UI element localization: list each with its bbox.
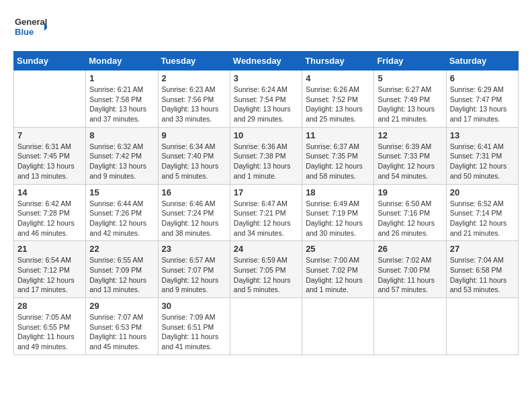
day-number: 26: [378, 244, 442, 254]
day-number: 21: [17, 244, 82, 254]
day-cell: 19Sunrise: 6:50 AM Sunset: 7:16 PM Dayli…: [374, 184, 446, 241]
day-info: Sunrise: 6:39 AM Sunset: 7:33 PM Dayligh…: [378, 142, 442, 181]
col-header-sunday: Sunday: [14, 52, 86, 71]
day-number: 20: [450, 187, 515, 197]
day-info: Sunrise: 7:05 AM Sunset: 6:55 PM Dayligh…: [17, 312, 82, 352]
day-number: 5: [378, 73, 442, 83]
calendar-table: SundayMondayTuesdayWednesdayThursdayFrid…: [13, 51, 519, 355]
day-info: Sunrise: 6:32 AM Sunset: 7:42 PM Dayligh…: [89, 142, 154, 181]
logo-svg: General Blue: [13, 13, 47, 40]
day-number: 1: [89, 73, 154, 83]
day-number: 19: [378, 187, 442, 197]
day-info: Sunrise: 6:47 AM Sunset: 7:21 PM Dayligh…: [234, 199, 298, 238]
week-row-3: 14Sunrise: 6:42 AM Sunset: 7:28 PM Dayli…: [14, 184, 519, 241]
week-row-4: 21Sunrise: 6:54 AM Sunset: 7:12 PM Dayli…: [14, 241, 519, 298]
day-info: Sunrise: 7:00 AM Sunset: 7:02 PM Dayligh…: [306, 255, 370, 295]
day-cell: 30Sunrise: 7:09 AM Sunset: 6:51 PM Dayli…: [158, 298, 230, 355]
day-cell: 18Sunrise: 6:49 AM Sunset: 7:19 PM Dayli…: [302, 184, 374, 241]
day-cell: 14Sunrise: 6:42 AM Sunset: 7:28 PM Dayli…: [14, 184, 86, 241]
day-cell: [446, 298, 518, 355]
day-number: 2: [162, 73, 226, 83]
day-info: Sunrise: 6:52 AM Sunset: 7:14 PM Dayligh…: [450, 199, 515, 238]
day-info: Sunrise: 6:34 AM Sunset: 7:40 PM Dayligh…: [162, 142, 226, 181]
day-info: Sunrise: 6:59 AM Sunset: 7:05 PM Dayligh…: [234, 255, 298, 295]
day-info: Sunrise: 6:49 AM Sunset: 7:19 PM Dayligh…: [306, 199, 370, 238]
day-cell: 7Sunrise: 6:31 AM Sunset: 7:45 PM Daylig…: [14, 127, 86, 184]
day-info: Sunrise: 7:04 AM Sunset: 6:58 PM Dayligh…: [450, 255, 515, 295]
day-number: 13: [450, 130, 515, 140]
day-cell: 2Sunrise: 6:23 AM Sunset: 7:56 PM Daylig…: [158, 71, 230, 128]
day-info: Sunrise: 7:02 AM Sunset: 7:00 PM Dayligh…: [378, 255, 442, 295]
day-info: Sunrise: 6:50 AM Sunset: 7:16 PM Dayligh…: [378, 199, 442, 238]
day-info: Sunrise: 6:54 AM Sunset: 7:12 PM Dayligh…: [17, 255, 82, 295]
day-cell: 22Sunrise: 6:55 AM Sunset: 7:09 PM Dayli…: [86, 241, 158, 298]
day-number: 11: [306, 130, 370, 140]
day-number: 28: [17, 301, 82, 311]
day-info: Sunrise: 6:57 AM Sunset: 7:07 PM Dayligh…: [162, 255, 226, 295]
day-cell: 4Sunrise: 6:26 AM Sunset: 7:52 PM Daylig…: [302, 71, 374, 128]
day-number: 10: [234, 130, 298, 140]
day-number: 6: [450, 73, 515, 83]
day-info: Sunrise: 6:46 AM Sunset: 7:24 PM Dayligh…: [162, 199, 226, 238]
day-cell: 11Sunrise: 6:37 AM Sunset: 7:35 PM Dayli…: [302, 127, 374, 184]
day-info: Sunrise: 6:41 AM Sunset: 7:31 PM Dayligh…: [450, 142, 515, 181]
col-header-thursday: Thursday: [302, 52, 374, 71]
day-cell: 10Sunrise: 6:36 AM Sunset: 7:38 PM Dayli…: [230, 127, 302, 184]
day-cell: 21Sunrise: 6:54 AM Sunset: 7:12 PM Dayli…: [14, 241, 86, 298]
col-header-tuesday: Tuesday: [158, 52, 230, 71]
day-number: 16: [162, 187, 226, 197]
day-number: 25: [306, 244, 370, 254]
day-info: Sunrise: 6:27 AM Sunset: 7:49 PM Dayligh…: [378, 85, 442, 124]
week-row-5: 28Sunrise: 7:05 AM Sunset: 6:55 PM Dayli…: [14, 298, 519, 355]
svg-text:General: General: [15, 17, 47, 27]
day-cell: 26Sunrise: 7:02 AM Sunset: 7:00 PM Dayli…: [374, 241, 446, 298]
day-cell: [230, 298, 302, 355]
day-info: Sunrise: 7:09 AM Sunset: 6:51 PM Dayligh…: [162, 312, 226, 352]
day-info: Sunrise: 6:37 AM Sunset: 7:35 PM Dayligh…: [306, 142, 370, 181]
day-cell: 9Sunrise: 6:34 AM Sunset: 7:40 PM Daylig…: [158, 127, 230, 184]
day-cell: 29Sunrise: 7:07 AM Sunset: 6:53 PM Dayli…: [86, 298, 158, 355]
header-row: SundayMondayTuesdayWednesdayThursdayFrid…: [14, 52, 519, 71]
day-number: 9: [162, 130, 226, 140]
col-header-saturday: Saturday: [446, 52, 518, 71]
day-info: Sunrise: 6:42 AM Sunset: 7:28 PM Dayligh…: [17, 199, 82, 238]
day-cell: 20Sunrise: 6:52 AM Sunset: 7:14 PM Dayli…: [446, 184, 518, 241]
day-cell: 28Sunrise: 7:05 AM Sunset: 6:55 PM Dayli…: [14, 298, 86, 355]
day-cell: 12Sunrise: 6:39 AM Sunset: 7:33 PM Dayli…: [374, 127, 446, 184]
day-cell: 1Sunrise: 6:21 AM Sunset: 7:58 PM Daylig…: [86, 71, 158, 128]
day-info: Sunrise: 6:44 AM Sunset: 7:26 PM Dayligh…: [89, 199, 154, 238]
day-cell: 16Sunrise: 6:46 AM Sunset: 7:24 PM Dayli…: [158, 184, 230, 241]
day-number: 15: [89, 187, 154, 197]
day-info: Sunrise: 6:26 AM Sunset: 7:52 PM Dayligh…: [306, 85, 370, 124]
day-number: 29: [89, 301, 154, 311]
day-info: Sunrise: 6:21 AM Sunset: 7:58 PM Dayligh…: [89, 85, 154, 124]
day-info: Sunrise: 6:31 AM Sunset: 7:45 PM Dayligh…: [17, 142, 82, 181]
day-number: 4: [306, 73, 370, 83]
day-cell: [14, 71, 86, 128]
day-info: Sunrise: 6:55 AM Sunset: 7:09 PM Dayligh…: [89, 255, 154, 295]
day-cell: 24Sunrise: 6:59 AM Sunset: 7:05 PM Dayli…: [230, 241, 302, 298]
day-cell: 23Sunrise: 6:57 AM Sunset: 7:07 PM Dayli…: [158, 241, 230, 298]
day-info: Sunrise: 6:23 AM Sunset: 7:56 PM Dayligh…: [162, 85, 226, 124]
week-row-1: 1Sunrise: 6:21 AM Sunset: 7:58 PM Daylig…: [14, 71, 519, 128]
day-cell: 15Sunrise: 6:44 AM Sunset: 7:26 PM Dayli…: [86, 184, 158, 241]
day-info: Sunrise: 6:36 AM Sunset: 7:38 PM Dayligh…: [234, 142, 298, 181]
day-info: Sunrise: 7:07 AM Sunset: 6:53 PM Dayligh…: [89, 312, 154, 352]
day-number: 18: [306, 187, 370, 197]
day-number: 8: [89, 130, 154, 140]
day-cell: 13Sunrise: 6:41 AM Sunset: 7:31 PM Dayli…: [446, 127, 518, 184]
day-cell: 3Sunrise: 6:24 AM Sunset: 7:54 PM Daylig…: [230, 71, 302, 128]
day-number: 3: [234, 73, 298, 83]
week-row-2: 7Sunrise: 6:31 AM Sunset: 7:45 PM Daylig…: [14, 127, 519, 184]
day-cell: 5Sunrise: 6:27 AM Sunset: 7:49 PM Daylig…: [374, 71, 446, 128]
day-cell: [302, 298, 374, 355]
col-header-monday: Monday: [86, 52, 158, 71]
day-cell: 17Sunrise: 6:47 AM Sunset: 7:21 PM Dayli…: [230, 184, 302, 241]
day-cell: 6Sunrise: 6:29 AM Sunset: 7:47 PM Daylig…: [446, 71, 518, 128]
day-number: 7: [17, 130, 82, 140]
day-cell: 27Sunrise: 7:04 AM Sunset: 6:58 PM Dayli…: [446, 241, 518, 298]
day-number: 24: [234, 244, 298, 254]
day-number: 22: [89, 244, 154, 254]
day-number: 30: [162, 301, 226, 311]
day-number: 27: [450, 244, 515, 254]
